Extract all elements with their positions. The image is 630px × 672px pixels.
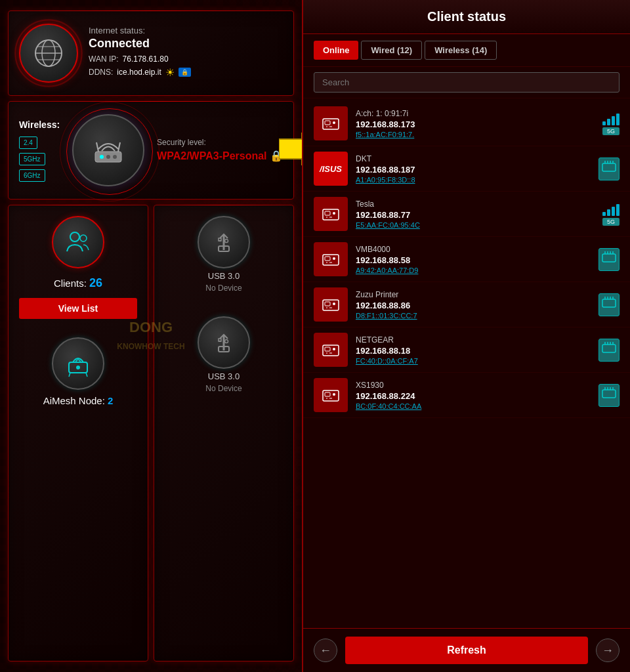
asus-logo-icon: /ISUS: [314, 152, 348, 186]
usb2-icon-circle: [198, 316, 250, 369]
bar2: [607, 209, 610, 216]
client-ip: 192.168.88.86: [356, 301, 591, 310]
clients-card: Clients: 26 View List AiMesh Node: 2: [8, 205, 148, 662]
svg-rect-40: [325, 257, 330, 261]
freq-6g-badge: 6GHz: [19, 169, 45, 182]
client-ip: 192.168.88.77: [356, 210, 595, 220]
client-icon-box: [314, 197, 348, 231]
device-icon: [321, 249, 341, 269]
wan-label: WAN IP:: [89, 54, 119, 64]
svg-rect-18: [219, 238, 221, 241]
internet-card: Internet status: Connected WAN IP: 76.17…: [8, 10, 294, 96]
client-item[interactable]: VMB4000 192.168.88.58 A9:42:A0:AA:77:D9: [303, 237, 630, 282]
usb2-sublabel: No Device: [205, 384, 242, 393]
client-name: NETGEAR: [356, 335, 591, 345]
signal-bars: [602, 112, 620, 125]
internet-info: Internet status: Connected WAN IP: 76.17…: [89, 26, 283, 81]
wireless-signal-icon: 5G: [602, 112, 620, 135]
aimesh-section: AiMesh Node: 2: [43, 337, 114, 406]
router-icon: [89, 131, 128, 170]
svg-rect-29: [602, 163, 616, 171]
svg-rect-54: [602, 299, 616, 307]
wireless-left: Wireless: 2.4 5GHz 6GHz: [19, 119, 60, 182]
wireless-signal-icon: 5G: [602, 203, 620, 226]
wired-ethernet-icon: [602, 387, 616, 400]
internet-icon-wrapper: [19, 24, 78, 83]
svg-point-8: [113, 155, 117, 159]
client-info: NETGEAR 192.168.88.18 FC:40:D::0A:CF:A7: [356, 335, 591, 365]
search-input[interactable]: [314, 72, 620, 93]
usb2-section: USB 3.0 No Device: [198, 316, 250, 393]
client-info: VMB4000 192.168.88.58 A9:42:A0:AA:77:D9: [356, 245, 591, 274]
usb2-icon: [211, 329, 237, 356]
client-item[interactable]: Tesla 192.168.88.77 E5:AA:FC:0A:95:4C 5G: [303, 192, 630, 237]
client-item[interactable]: NETGEAR 192.168.88.18 FC:40:D::0A:CF:A7: [303, 327, 630, 373]
tab-wireless[interactable]: Wireless (14): [425, 41, 497, 60]
client-mac: D8:F1::01:3C:CC:7: [356, 312, 591, 320]
client-status-header: Client status: [303, 0, 630, 34]
svg-rect-35: [325, 211, 330, 215]
client-name: DKT: [356, 154, 591, 163]
client-item[interactable]: /ISUS DKT 192.168.88.187 A1:A0:95:F8:3D:…: [303, 146, 630, 192]
client-info: A:ch: 1: 0:91:7i 192.168.88.173 f5::1a:A…: [356, 109, 595, 138]
client-item[interactable]: A:ch: 1: 0:91:7i 192.168.88.173 f5::1a:A…: [303, 101, 630, 146]
freq-24-badge: 2.4: [19, 136, 37, 149]
wired-icon: [598, 248, 620, 271]
globe-icon: [32, 37, 65, 70]
svg-point-51: [333, 303, 335, 305]
svg-rect-34: [323, 209, 339, 220]
svg-line-9: [96, 142, 98, 152]
wired-icon: [598, 293, 620, 316]
svg-point-36: [333, 212, 335, 215]
search-row: [303, 67, 630, 98]
wan-ip-row: WAN IP: 76.178.61.80: [89, 54, 283, 64]
next-page-button[interactable]: →: [596, 639, 620, 662]
tab-wired[interactable]: Wired (12): [361, 41, 422, 60]
bar3: [612, 116, 615, 125]
client-item[interactable]: Zuzu Printer 192.168.88.86 D8:F1::01:3C:…: [303, 282, 630, 327]
client-count-num: 26: [89, 276, 102, 289]
client-ip: 192.168.88.173: [356, 119, 595, 129]
usb1-label: USB 3.0: [208, 271, 240, 281]
usb1-icon: [211, 229, 237, 255]
svg-point-7: [106, 155, 110, 159]
client-info: Zuzu Printer 192.168.88.86 D8:F1::01:3C:…: [356, 290, 591, 320]
ddns-value: ice.hod.eip.it: [117, 68, 161, 77]
usb-card: USB 3.0 No Device USB 3.0 No Device: [154, 205, 294, 662]
tab-online[interactable]: Online: [314, 41, 358, 60]
client-status-title: Client status: [314, 9, 620, 24]
lock-icon: 🔒: [178, 68, 191, 77]
view-list-button[interactable]: View List: [19, 298, 137, 319]
client-mac: E5:AA:FC:0A:95:4C: [356, 221, 595, 229]
client-name: VMB4000: [356, 245, 591, 254]
svg-rect-59: [323, 345, 339, 356]
client-item[interactable]: XS1930 192.168.88.224 BC:0F:40:C4:CC:AA: [303, 373, 630, 418]
svg-rect-22: [219, 339, 221, 341]
svg-line-10: [118, 142, 120, 152]
clients-icon: [64, 228, 93, 257]
client-signal: [598, 384, 620, 407]
wired-icon: [598, 384, 620, 407]
refresh-button[interactable]: Refresh: [345, 637, 588, 664]
client-ip: 192.168.88.187: [356, 165, 591, 175]
bar4: [616, 204, 620, 216]
signal-bars: [602, 203, 620, 216]
bar1: [602, 212, 606, 216]
internet-status-value: Connected: [89, 37, 283, 51]
client-mac: FC:40:D::0A:CF:A7: [356, 357, 591, 365]
bottom-row: Clients: 26 View List AiMesh Node: 2: [8, 205, 294, 662]
svg-point-26: [333, 121, 335, 124]
device-icon: [321, 204, 341, 224]
aimesh-count-num: 2: [108, 395, 113, 406]
prev-page-button[interactable]: ←: [314, 639, 337, 662]
svg-point-6: [100, 155, 104, 159]
svg-point-61: [333, 348, 335, 350]
client-icon-box: [314, 287, 348, 322]
client-signal: [598, 339, 620, 362]
wired-ethernet-icon: [602, 342, 616, 355]
svg-rect-24: [323, 119, 339, 129]
client-name: Tesla: [356, 200, 595, 209]
svg-rect-5: [95, 152, 121, 162]
client-signal: 5G: [602, 203, 620, 226]
wireless-label: Wireless:: [19, 119, 60, 130]
